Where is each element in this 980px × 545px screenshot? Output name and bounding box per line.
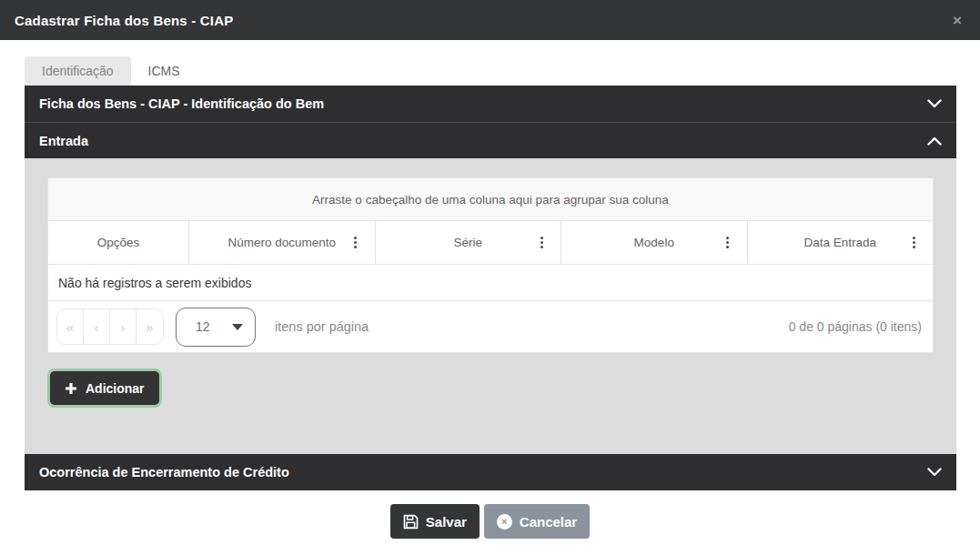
close-button[interactable]: ×: [949, 11, 965, 30]
cancel-x-glyph: ×: [501, 516, 507, 527]
modal-body: Identificação ICMS Ficha dos Bens - CIAP…: [0, 40, 980, 490]
prev-page-icon: ‹: [95, 319, 99, 335]
add-button[interactable]: Adicionar: [50, 371, 159, 405]
grid-pager: « ‹ › » 12 itens por página 0 de 0 págin…: [48, 301, 933, 352]
save-icon: [403, 514, 419, 530]
save-button-label: Salvar: [426, 514, 467, 530]
chevron-down-icon: [927, 468, 942, 477]
add-button-focus-ring: Adicionar: [47, 368, 162, 408]
tab-identificacao[interactable]: Identificação: [25, 56, 131, 86]
add-button-label: Adicionar: [86, 381, 145, 396]
column-menu-icon[interactable]: [534, 233, 549, 253]
modal-title: Cadastrar Ficha dos Bens - CIAP: [15, 13, 233, 28]
column-menu-icon[interactable]: [349, 233, 363, 253]
last-page-icon: »: [146, 319, 153, 335]
pager-nav-group: « ‹ › »: [56, 308, 164, 345]
column-menu-icon[interactable]: [721, 233, 735, 253]
panel-body-entrada: Arraste o cabeçalho de uma coluna aqui p…: [25, 158, 956, 454]
column-header-modelo[interactable]: Modelo: [561, 221, 748, 264]
pager-prev-button[interactable]: ‹: [84, 309, 110, 344]
chevron-down-icon: [927, 99, 942, 108]
tab-identificacao-label: Identificação: [42, 64, 114, 78]
column-label: Modelo: [634, 236, 674, 249]
plus-icon: [65, 382, 77, 395]
close-icon: ×: [953, 12, 962, 29]
tab-icms[interactable]: ICMS: [131, 56, 197, 86]
grid-empty-message: Não há registros a serem exibidos: [58, 276, 251, 290]
entrada-grid: Arraste o cabeçalho de uma coluna aqui p…: [47, 177, 934, 353]
column-header-data-entrada[interactable]: Data Entrada: [748, 221, 934, 264]
column-label: Opções: [97, 236, 140, 249]
panel-title: Entrada: [39, 134, 88, 148]
cancel-button-label: Cancelar: [520, 514, 577, 530]
panel-title: Ocorrência de Encerramento de Crédito: [39, 465, 289, 479]
grid-group-hint: Arraste o cabeçalho de uma coluna aqui p…: [312, 193, 669, 207]
column-header-serie[interactable]: Série: [376, 221, 562, 264]
tab-strip: Identificação ICMS: [25, 56, 956, 86]
column-label: Data Entrada: [803, 236, 876, 249]
page-size-value: 12: [196, 319, 210, 334]
cancel-circle-icon: ×: [497, 514, 512, 530]
page-size-dropdown[interactable]: 12: [176, 308, 256, 347]
panel-header-ocorrencia[interactable]: Ocorrência de Encerramento de Crédito: [25, 454, 956, 490]
cancel-button[interactable]: × Cancelar: [484, 504, 590, 539]
panel-header-entrada[interactable]: Entrada: [25, 122, 956, 158]
column-header-opcoes[interactable]: Opções: [48, 221, 189, 264]
grid-empty-row: Não há registros a serem exibidos: [48, 265, 933, 301]
grid-header-row: Opções Número documento Série Modelo: [48, 221, 933, 265]
save-button[interactable]: Salvar: [390, 504, 480, 539]
tab-icms-label: ICMS: [148, 64, 180, 78]
column-label: Série: [453, 236, 482, 249]
grid-group-drop-zone: Arraste o cabeçalho de uma coluna aqui p…: [48, 178, 933, 221]
pager-info: 0 de 0 páginas (0 itens): [789, 319, 924, 334]
modal-dialog: Cadastrar Ficha dos Bens - CIAP × Identi…: [0, 0, 980, 545]
pager-last-button[interactable]: »: [136, 309, 163, 344]
next-page-icon: ›: [121, 319, 126, 335]
column-header-numero-documento[interactable]: Número documento: [189, 221, 376, 264]
modal-titlebar: Cadastrar Ficha dos Bens - CIAP ×: [0, 0, 980, 40]
chevron-up-icon: [927, 136, 942, 146]
pager-first-button[interactable]: «: [57, 309, 84, 344]
column-menu-icon[interactable]: [906, 233, 921, 253]
panel-title: Ficha dos Bens - CIAP - Identificação do…: [39, 96, 324, 111]
chevron-down-icon: [232, 324, 243, 330]
first-page-icon: «: [66, 319, 74, 335]
column-label: Número documento: [227, 236, 336, 249]
items-per-page-label: itens por página: [275, 319, 369, 334]
modal-footer: Salvar × Cancelar: [0, 490, 980, 545]
panel-header-identificacao-do-bem[interactable]: Ficha dos Bens - CIAP - Identificação do…: [25, 86, 956, 122]
pager-next-button[interactable]: ›: [110, 309, 136, 344]
